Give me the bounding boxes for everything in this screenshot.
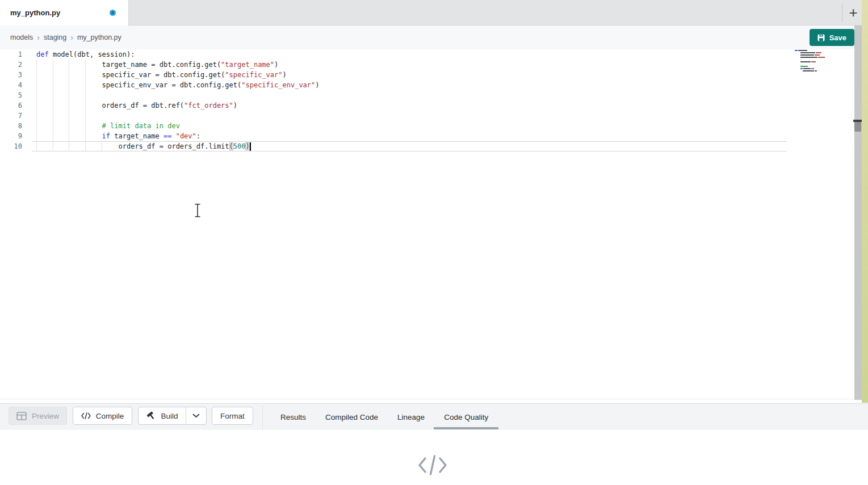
code-line[interactable]: 7 — [0, 111, 868, 121]
minimap-line — [795, 66, 832, 67]
minimap-line — [795, 54, 832, 56]
table-icon — [16, 412, 27, 420]
breadcrumb-item-models: models — [10, 33, 33, 41]
line-number: 7 — [0, 111, 22, 121]
chevron-right-icon: › — [70, 33, 73, 42]
minimap[interactable] — [795, 50, 832, 73]
breadcrumb-bar: models › staging › my_python.py Save — [0, 26, 868, 49]
floppy-disk-icon — [817, 34, 825, 41]
indent-guide — [69, 60, 69, 151]
code-line[interactable]: 4 specific_env_var = dbt.config.get("spe… — [0, 80, 868, 90]
minimap-line — [795, 59, 832, 60]
preview-button-label: Preview — [32, 412, 59, 420]
tab-code-quality[interactable]: Code Quality — [443, 404, 489, 430]
panel-tabs: Results Compiled Code Lineage Code Quali… — [279, 404, 489, 430]
indent-guide — [102, 141, 102, 151]
line-number: 5 — [0, 90, 22, 100]
code-text: specific_var = dbt.config.get("specific_… — [22, 70, 287, 80]
code-line[interactable]: 5 — [0, 90, 868, 100]
code-line[interactable]: 3 specific_var = dbt.config.get("specifi… — [0, 70, 868, 80]
window-edge-strip — [862, 0, 868, 403]
minimap-line — [795, 64, 832, 65]
minimap-line — [795, 70, 832, 71]
tab-lineage[interactable]: Lineage — [396, 404, 426, 430]
indent-guide — [53, 60, 53, 151]
tab-code-quality-label: Code Quality — [444, 413, 488, 421]
line-number: 6 — [0, 100, 22, 111]
ide-window: my_python.py + models › staging › my_pyt… — [0, 0, 868, 485]
vertical-scrollbar-thumb[interactable] — [854, 122, 861, 132]
action-toolbar: Preview Compile Build — [0, 403, 868, 430]
unsaved-changes-dot-icon — [110, 10, 116, 16]
build-split-button: Build — [138, 407, 207, 425]
tab-my-python[interactable]: my_python.py — [0, 0, 129, 26]
code-quality-panel — [0, 430, 868, 485]
indent-guide — [85, 60, 86, 151]
tab-lineage-label: Lineage — [397, 413, 425, 421]
minimap-line — [795, 50, 832, 51]
minimap-line — [795, 57, 832, 58]
vertical-scrollbar-track[interactable] — [854, 26, 862, 400]
minimap-line — [795, 68, 832, 69]
code-lines: 1def model(dbt, session):2 target_name =… — [0, 49, 868, 151]
indent-guide — [36, 60, 37, 151]
chevron-right-icon: › — [37, 33, 40, 42]
line-number: 4 — [0, 80, 22, 90]
line-number: 3 — [0, 70, 22, 80]
code-text — [22, 90, 36, 100]
code-text: orders_df = orders_df.limit(500) — [22, 141, 251, 151]
text-caret — [250, 142, 251, 151]
breadcrumb-item-staging: staging — [44, 33, 66, 41]
save-button-label: Save — [829, 33, 846, 42]
tab-title: my_python.py — [10, 9, 110, 17]
code-line[interactable]: 2 target_name = dbt.config.get("target_n… — [0, 60, 868, 70]
line-number: 10 — [0, 141, 22, 151]
code-text: orders_df = dbt.ref("fct_orders") — [22, 100, 237, 111]
new-tab-button[interactable]: + — [843, 2, 863, 23]
code-text: if target_name == "dev": — [22, 131, 200, 141]
toolbar-divider — [262, 405, 263, 429]
tab-results[interactable]: Results — [279, 404, 307, 430]
build-button[interactable]: Build — [139, 407, 186, 424]
format-button[interactable]: Format — [212, 407, 253, 425]
chevron-down-icon — [192, 414, 200, 418]
code-text: target_name = dbt.config.get("target_nam… — [22, 60, 278, 70]
preview-button[interactable]: Preview — [9, 407, 67, 425]
code-icon — [81, 412, 91, 419]
breadcrumb: models › staging › my_python.py — [10, 26, 121, 49]
code-line[interactable]: 9 if target_name == "dev": — [0, 131, 868, 141]
tab-results-label: Results — [280, 413, 306, 421]
line-number: 9 — [0, 131, 22, 141]
code-line[interactable]: 8 # limit data in dev — [0, 121, 868, 131]
line-number: 1 — [0, 49, 22, 60]
code-editor[interactable]: 1def model(dbt, session):2 target_name =… — [0, 49, 868, 399]
plus-icon: + — [849, 4, 857, 22]
code-text: def model(dbt, session): — [22, 49, 135, 60]
code-line[interactable]: 10 orders_df = orders_df.limit(500) — [0, 141, 868, 151]
compile-button-label: Compile — [96, 412, 124, 420]
code-text: specific_env_var = dbt.config.get("speci… — [22, 80, 320, 90]
tab-compiled-code[interactable]: Compiled Code — [324, 404, 379, 430]
minimap-line — [795, 61, 832, 62]
minimap-line — [795, 52, 832, 53]
build-button-label: Build — [161, 412, 178, 420]
editor-tab-bar: my_python.py + — [0, 0, 868, 26]
tab-bar-separator — [842, 3, 842, 22]
code-line[interactable]: 6 orders_df = dbt.ref("fct_orders") — [0, 100, 868, 111]
format-button-label: Format — [220, 412, 245, 420]
line-number: 2 — [0, 60, 22, 70]
line-number: 8 — [0, 121, 22, 131]
tab-compiled-code-label: Compiled Code — [325, 413, 378, 421]
breadcrumb-item-file: my_python.py — [77, 33, 121, 41]
save-button[interactable]: Save — [810, 29, 854, 46]
code-icon — [418, 454, 447, 476]
compile-button[interactable]: Compile — [73, 407, 132, 425]
build-options-button[interactable] — [186, 407, 206, 424]
code-text — [22, 111, 36, 121]
hammer-icon — [146, 411, 156, 420]
code-line[interactable]: 1def model(dbt, session): — [0, 49, 868, 60]
code-text: # limit data in dev — [22, 121, 180, 131]
